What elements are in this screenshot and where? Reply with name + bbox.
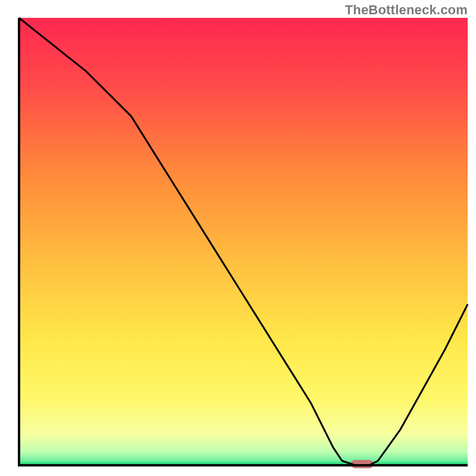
- bottleneck-chart: [0, 0, 476, 476]
- chart-container: { "watermark": "TheBottleneck.com", "cha…: [0, 0, 476, 476]
- plot-background: [19, 18, 468, 465]
